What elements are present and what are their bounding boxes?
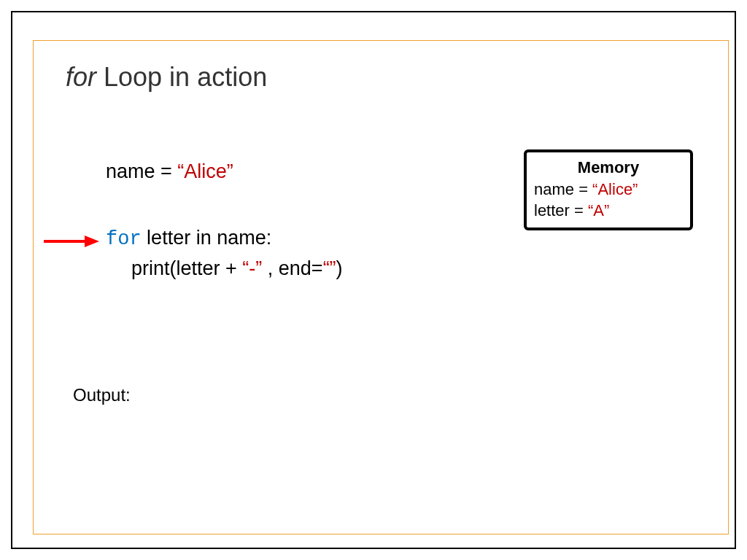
memory-letter-key: letter = — [534, 201, 588, 219]
code-keyword-for: for — [106, 228, 142, 250]
memory-panel: Memory name = “Alice” letter = “A” — [524, 149, 693, 230]
memory-letter-val: “A” — [588, 201, 609, 219]
code-block: name = “Alice” for letter in name: print… — [106, 157, 343, 284]
title-rest: Loop in action — [96, 62, 267, 92]
memory-row-name: name = “Alice” — [534, 179, 683, 201]
memory-name-val: “Alice” — [592, 180, 638, 198]
svg-marker-1 — [85, 236, 99, 247]
code-print-pre: print(letter + — [131, 257, 242, 279]
memory-name-key: name = — [534, 180, 592, 198]
inner-frame — [33, 40, 729, 534]
code-line-for: for letter in name: — [106, 223, 343, 254]
code-string-alice: “Alice” — [177, 160, 233, 182]
code-print-post: ) — [336, 257, 343, 279]
title-italic-word: for — [66, 62, 96, 92]
memory-row-letter: letter = “A” — [534, 200, 683, 222]
code-line-print: print(letter + “-” , end=“”) — [106, 254, 343, 284]
arrow-icon — [42, 234, 99, 249]
code-string-empty: “” — [323, 257, 336, 279]
code-string-dash: “-” — [242, 257, 262, 279]
memory-title: Memory — [534, 157, 683, 179]
code-name-equals: name = — [106, 160, 177, 182]
slide-title: for Loop in action — [66, 62, 267, 93]
code-line-assign: name = “Alice” — [106, 157, 343, 187]
output-label: Output: — [73, 385, 131, 405]
code-for-rest: letter in name: — [142, 227, 272, 249]
code-print-mid: , end= — [262, 257, 322, 279]
